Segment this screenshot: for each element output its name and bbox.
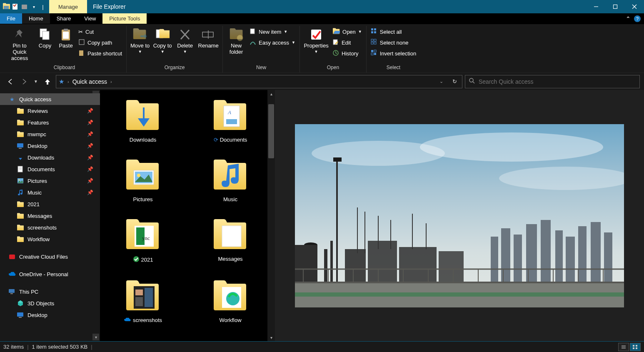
- folder-item[interactable]: Messages: [199, 217, 262, 264]
- qat-properties-icon[interactable]: [12, 3, 19, 10]
- easy-access-button[interactable]: Easy access ▼: [248, 37, 297, 47]
- select-all-button[interactable]: Select all: [369, 27, 418, 37]
- tree-item[interactable]: Downloads📌: [0, 152, 100, 163]
- folder-item[interactable]: Downloads: [112, 98, 174, 143]
- new-folder-button[interactable]: New folder: [225, 27, 247, 56]
- desktop-icon: [17, 311, 24, 319]
- select-none-button[interactable]: Select none: [369, 37, 418, 47]
- scroll-thumb[interactable]: [268, 104, 274, 158]
- folder-item[interactable]: screenshots: [112, 279, 174, 323]
- folder-label: 2021: [141, 257, 153, 263]
- rename-button[interactable]: Rename: [197, 27, 220, 50]
- sync-badge-icon: ⟳: [214, 137, 218, 143]
- history-button[interactable]: History: [331, 48, 364, 58]
- maximize-button[interactable]: [606, 0, 625, 13]
- open-button[interactable]: Open ▼: [331, 27, 364, 37]
- copy-button[interactable]: Copy: [35, 27, 55, 50]
- history-icon: [332, 50, 339, 57]
- refresh-button[interactable]: ↻: [450, 78, 459, 85]
- paste-button[interactable]: Paste: [56, 27, 76, 50]
- tree-item[interactable]: Features📌: [0, 117, 100, 128]
- folder-item[interactable]: Music: [199, 158, 262, 202]
- folder-item[interactable]: Workflow: [199, 279, 262, 323]
- tree-creative-cloud[interactable]: Creative Cloud Files: [0, 251, 100, 262]
- tree-quick-access[interactable]: ★ Quick access: [0, 93, 100, 105]
- qat-newfolder-icon[interactable]: [21, 3, 28, 10]
- tree-item[interactable]: Reviews📌: [0, 105, 100, 117]
- tree-item[interactable]: Workflow: [0, 233, 100, 245]
- context-tab-manage[interactable]: Manage: [49, 0, 87, 13]
- new-item-button[interactable]: New item ▼: [248, 27, 297, 37]
- tree-item[interactable]: Documents📌: [0, 163, 100, 175]
- properties-button[interactable]: Properties▼: [302, 27, 330, 55]
- svg-rect-88: [345, 249, 366, 287]
- tree-item[interactable]: mwmpc📌: [0, 128, 100, 140]
- recent-locations-button[interactable]: ▼: [32, 76, 39, 87]
- pin-to-quick-access-button[interactable]: Pin to Quick access: [5, 27, 34, 62]
- paste-shortcut-button[interactable]: Paste shortcut: [77, 48, 124, 58]
- copy-path-button[interactable]: Copy path: [77, 37, 124, 47]
- tree-item[interactable]: screenshots: [0, 222, 100, 233]
- tree-item-label: Desktop: [27, 143, 47, 149]
- search-input[interactable]: [479, 78, 636, 85]
- svg-point-19: [237, 35, 243, 41]
- tab-share[interactable]: Share: [50, 13, 78, 24]
- pin-icon: 📌: [87, 190, 93, 195]
- qat-dropdown-icon[interactable]: ▾: [30, 3, 37, 10]
- delete-button[interactable]: Delete▼: [174, 27, 196, 55]
- minimize-button[interactable]: [587, 0, 606, 13]
- tab-file[interactable]: File: [0, 13, 22, 24]
- svg-rect-30: [371, 42, 373, 44]
- copy-to-button[interactable]: Copy to▼: [152, 27, 173, 55]
- breadcrumb-location[interactable]: Quick access: [72, 78, 107, 85]
- close-button[interactable]: [625, 0, 644, 13]
- move-to-button[interactable]: Move to▼: [129, 27, 151, 55]
- tree-item[interactable]: Messages: [0, 210, 100, 222]
- svg-rect-72: [333, 157, 342, 162]
- tree-item-label: 2021: [27, 201, 40, 207]
- tree-this-pc[interactable]: This PC: [0, 286, 100, 297]
- svg-line-37: [473, 82, 474, 83]
- back-button[interactable]: [4, 76, 16, 87]
- folder-icon: A: [211, 98, 250, 134]
- tree-item[interactable]: Music📌: [0, 187, 100, 198]
- ribbon-group-label: Select: [387, 64, 400, 72]
- tab-home[interactable]: Home: [22, 13, 50, 24]
- folder-label: Downloads: [130, 137, 156, 143]
- folder-item[interactable]: Pictures: [112, 158, 174, 202]
- svg-rect-35: [374, 53, 376, 55]
- tab-view[interactable]: View: [77, 13, 102, 24]
- tree-item[interactable]: 2021: [0, 198, 100, 210]
- cut-button[interactable]: ✂Cut: [77, 27, 124, 37]
- svg-rect-86: [324, 249, 327, 287]
- navigation-pane[interactable]: ▴ ★ Quick access Reviews📌Features📌mwmpc📌…: [0, 90, 100, 341]
- folder-item[interactable]: ync2021: [112, 217, 174, 264]
- edit-button[interactable]: Edit: [331, 37, 364, 47]
- svg-rect-71: [336, 162, 338, 295]
- forward-button[interactable]: [18, 76, 30, 87]
- tree-item-label: Workflow: [27, 236, 50, 242]
- tree-item[interactable]: Pictures📌: [0, 175, 100, 187]
- tree-item[interactable]: Desktop: [0, 309, 100, 321]
- help-icon[interactable]: ?: [634, 15, 641, 22]
- view-details-button[interactable]: [618, 343, 629, 351]
- scroll-up-icon[interactable]: ▴: [267, 90, 275, 97]
- search-box[interactable]: [465, 75, 640, 88]
- svg-rect-45: [9, 255, 15, 259]
- tree-onedrive[interactable]: OneDrive - Personal: [0, 268, 100, 280]
- address-dropdown-icon[interactable]: ⌄: [436, 79, 447, 84]
- collapse-ribbon-icon[interactable]: ⌃: [626, 15, 631, 22]
- file-list-pane[interactable]: DownloadsA⟳DocumentsPicturesMusicync2021…: [100, 90, 275, 341]
- scroll-down-icon[interactable]: ▾: [267, 334, 275, 341]
- tab-picture-tools[interactable]: Picture Tools: [102, 13, 147, 24]
- folder-item[interactable]: A⟳Documents: [199, 98, 262, 143]
- view-large-icons-button[interactable]: [630, 343, 641, 351]
- file-scrollbar[interactable]: ▴ ▾: [267, 90, 275, 341]
- invert-selection-button[interactable]: Invert selection: [369, 48, 418, 58]
- tree-item[interactable]: Desktop📌: [0, 140, 100, 152]
- up-button[interactable]: [42, 76, 53, 87]
- tree-scroll-down-button[interactable]: ▾: [92, 334, 99, 340]
- breadcrumb[interactable]: ★ › Quick access › ⌄ ↻: [56, 75, 462, 88]
- tree-item[interactable]: 3D Objects: [0, 297, 100, 309]
- svg-rect-38: [17, 143, 23, 147]
